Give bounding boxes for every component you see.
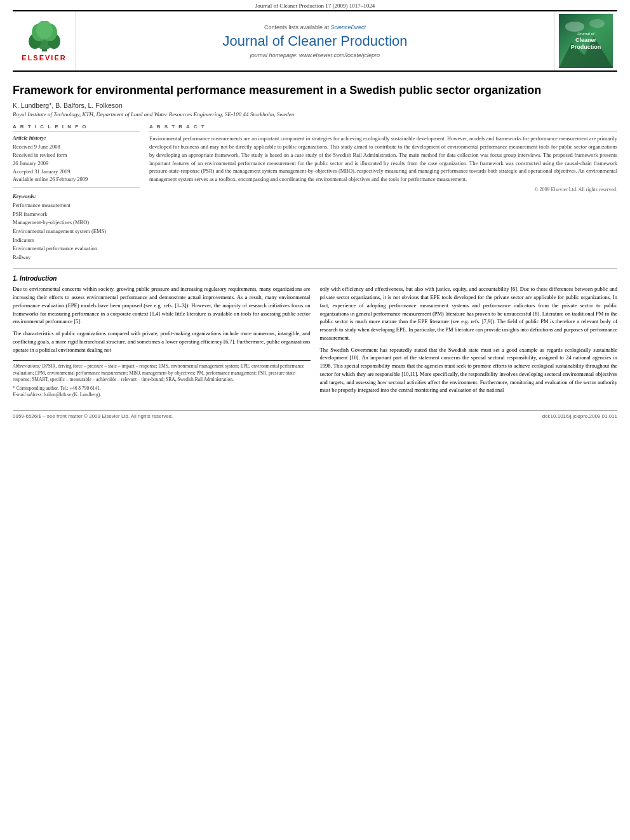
intro-right-para1: only with efficiency and effectiveness, … — [320, 285, 618, 342]
section1-title: 1. Introduction — [13, 275, 617, 282]
footnote-corresponding: * Corresponding author. Tel.: +46 8 790 … — [13, 385, 311, 392]
main-content: Framework for environmental performance … — [13, 72, 617, 405]
journal-reference: Journal of Cleaner Production 17 (2009) … — [0, 0, 630, 10]
svg-point-6 — [36, 21, 53, 39]
svg-point-9 — [565, 22, 584, 32]
intro-right-para2: The Swedish Government has repeatedly st… — [320, 346, 618, 395]
journal-title: Journal of Cleaner Production — [222, 33, 407, 50]
abstract-header: A B S T R A C T — [149, 124, 617, 131]
article-info-header: A R T I C L E I N F O — [13, 124, 140, 131]
footer-doi: doi:10.1016/j.jclepro.2009.01.011 — [542, 413, 617, 419]
body-left-col: Due to environmental concerns within soc… — [13, 285, 311, 399]
history-label: Article history: — [13, 135, 140, 141]
keywords-list: Performance measurement PSR framework Ma… — [13, 201, 140, 262]
body-two-col: Due to environmental concerns within soc… — [13, 285, 617, 399]
elsevier-logo: ELSEVIER — [22, 21, 66, 62]
keywords-label: Keywords: — [13, 193, 140, 199]
copyright-line: © 2009 Elsevier Ltd. All rights reserved… — [149, 187, 617, 192]
abstract-text: Environmental performance measurements a… — [149, 135, 617, 183]
authors: K. Lundberg*, B. Balfors, L. Folkeson — [13, 102, 617, 109]
footnote-email: E-mail address: krilun@kth.se (K. Lundbe… — [13, 392, 311, 399]
article-dates: Received 9 June 2008 Received in revised… — [13, 143, 140, 188]
badge-italic-text: Journal of — [577, 32, 594, 36]
page-footer: 0959-6526/$ – see front matter © 2009 El… — [13, 410, 617, 419]
cleaner-production-badge: Journal of CleanerProduction — [559, 14, 613, 68]
article-title: Framework for environmental performance … — [13, 83, 617, 98]
article-info-col: A R T I C L E I N F O Article history: R… — [13, 124, 140, 262]
elsevier-logo-area: ELSEVIER — [13, 11, 76, 70]
abstract-col: A B S T R A C T Environmental performanc… — [149, 124, 617, 262]
journal-header: ELSEVIER Contents lists available at Sci… — [13, 10, 617, 72]
footnote-section: Abbreviations: DPSIR, driving force – pr… — [13, 360, 311, 399]
journal-badge-area: Journal of CleanerProduction — [554, 11, 617, 70]
article-info-abstract: A R T I C L E I N F O Article history: R… — [13, 124, 617, 262]
journal-info-center: Contents lists available at ScienceDirec… — [76, 11, 554, 70]
intro-para2: The characteristics of public organizati… — [13, 330, 311, 354]
elsevier-wordmark: ELSEVIER — [22, 54, 66, 62]
footnote-abbrev: Abbreviations: DPSIR, driving force – pr… — [13, 363, 311, 383]
affiliation: Royal Institute of Technology, KTH, Depa… — [13, 111, 617, 117]
badge-main-text: CleanerProduction — [571, 37, 601, 51]
svg-point-10 — [589, 19, 605, 28]
footer-issn: 0959-6526/$ – see front matter © 2009 El… — [13, 413, 173, 419]
intro-para1: Due to environmental concerns within soc… — [13, 285, 311, 326]
section-divider — [13, 268, 617, 269]
elsevier-tree-icon — [25, 21, 64, 53]
sciencedirect-link[interactable]: ScienceDirect — [331, 24, 366, 30]
journal-homepage: journal homepage: www.elsevier.com/locat… — [250, 52, 380, 58]
sciencedirect-line: Contents lists available at ScienceDirec… — [264, 24, 366, 30]
body-right-col: only with efficiency and effectiveness, … — [320, 285, 618, 399]
